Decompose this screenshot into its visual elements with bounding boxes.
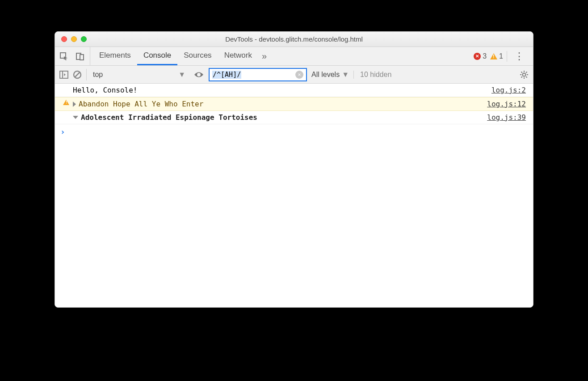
error-count: 3 xyxy=(483,52,487,60)
hidden-messages-label[interactable]: 10 hidden xyxy=(353,71,391,79)
svg-line-15 xyxy=(521,76,522,77)
log-row[interactable]: Hello, Console! log.js:2 xyxy=(55,84,533,97)
log-row-group[interactable]: Adolescent Irradiated Espionage Tortoise… xyxy=(55,111,533,124)
tab-label: Network xyxy=(224,51,252,60)
error-icon xyxy=(474,53,481,60)
svg-line-14 xyxy=(526,76,527,77)
svg-line-16 xyxy=(526,72,527,72)
warning-count-badge[interactable]: 1 xyxy=(490,52,503,60)
tab-sources[interactable]: Sources xyxy=(177,47,218,65)
divider xyxy=(507,51,507,62)
log-row-warning[interactable]: Abandon Hope All Ye Who Enter log.js:12 xyxy=(55,97,533,111)
execution-context-select[interactable]: top ▼ xyxy=(86,69,189,80)
clear-console-icon[interactable] xyxy=(73,70,82,79)
filter-value: /^[AH]/ xyxy=(212,71,241,79)
tab-console[interactable]: Console xyxy=(137,47,177,65)
console-settings-icon[interactable] xyxy=(520,70,529,79)
log-source-link[interactable]: log.js:2 xyxy=(491,86,526,94)
log-message: Abandon Hope All Ye Who Enter xyxy=(79,100,203,108)
svg-point-7 xyxy=(197,73,201,76)
clear-filter-icon[interactable]: ✕ xyxy=(295,71,303,79)
main-tabbar: Elements Console Sources Network » 3 1 ⋮ xyxy=(55,47,533,66)
prompt-chevron-icon: › xyxy=(60,127,65,136)
tab-label: Elements xyxy=(99,51,131,60)
levels-label: All levels xyxy=(311,71,340,79)
toggle-sidebar-icon[interactable] xyxy=(59,71,68,79)
window-title: DevTools - devtools.glitch.me/console/lo… xyxy=(55,35,533,43)
svg-point-8 xyxy=(523,73,526,76)
live-expression-icon[interactable] xyxy=(193,71,204,79)
settings-menu-button[interactable]: ⋮ xyxy=(511,51,528,62)
chevron-down-icon: ▼ xyxy=(342,71,349,79)
warning-count: 1 xyxy=(499,52,503,60)
log-source-link[interactable]: log.js:12 xyxy=(487,100,526,108)
titlebar: DevTools - devtools.glitch.me/console/lo… xyxy=(55,32,533,47)
chevron-down-icon: ▼ xyxy=(178,71,185,79)
svg-line-13 xyxy=(521,72,522,72)
tab-label: Console xyxy=(143,51,171,60)
tab-network[interactable]: Network xyxy=(218,47,258,65)
panel-tabs: Elements Console Sources Network xyxy=(93,47,258,65)
warning-icon xyxy=(490,53,497,59)
svg-line-6 xyxy=(75,72,80,77)
tab-elements[interactable]: Elements xyxy=(93,47,137,65)
warning-icon xyxy=(63,100,69,105)
tab-label: Sources xyxy=(184,51,211,60)
context-label: top xyxy=(93,71,103,79)
console-toolbar: top ▼ /^[AH]/ ✕ All levels ▼ 10 hidden xyxy=(55,66,533,84)
console-output: Hello, Console! log.js:2 Abandon Hope Al… xyxy=(55,84,533,307)
log-source-link[interactable]: log.js:39 xyxy=(487,113,526,122)
log-level-select[interactable]: All levels ▼ xyxy=(311,71,349,79)
log-message: Adolescent Irradiated Espionage Tortoise… xyxy=(81,113,257,122)
inspect-element-icon[interactable] xyxy=(59,51,69,62)
svg-rect-2 xyxy=(80,55,84,60)
device-toolbar-icon[interactable] xyxy=(75,51,85,62)
console-prompt[interactable]: › xyxy=(55,124,533,139)
log-message: Hello, Console! xyxy=(73,86,138,94)
filter-input[interactable]: /^[AH]/ ✕ xyxy=(209,68,307,81)
devtools-window: DevTools - devtools.glitch.me/console/lo… xyxy=(55,31,533,308)
expand-icon[interactable] xyxy=(73,102,76,107)
error-count-badge[interactable]: 3 xyxy=(474,52,487,60)
collapse-icon[interactable] xyxy=(73,116,78,119)
more-tabs-button[interactable]: » xyxy=(258,47,270,65)
